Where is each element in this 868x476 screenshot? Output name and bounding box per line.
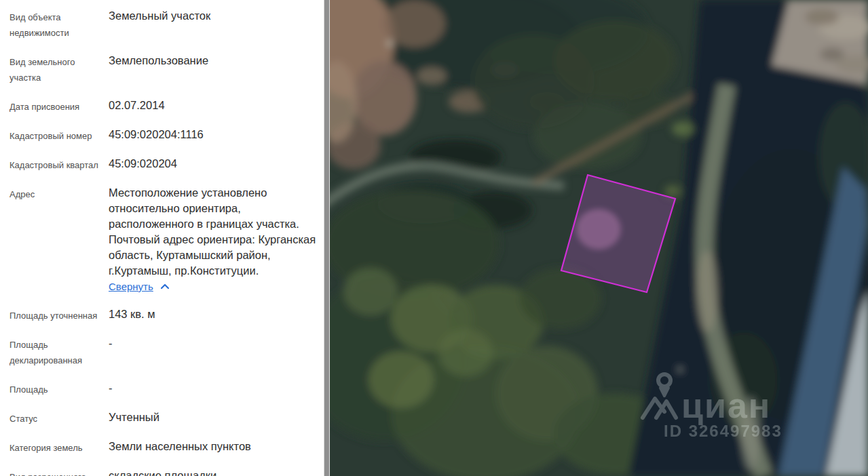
field-area: Площадь - [10,380,324,397]
field-area-declared: Площадь декларированная - [10,336,324,368]
field-label: Категория земель [10,439,109,456]
field-land-category: Категория земель Земли населенных пункто… [10,439,324,456]
field-permitted-use: Вид разрешенного использования складские… [10,468,324,476]
field-label: Кадастровый номер [10,127,109,144]
address-text: Местоположение установлено относительно … [109,185,320,279]
watermark-brand: циан [681,386,771,425]
field-label: Площадь уточненная [10,306,109,323]
satellite-map[interactable]: циан ID 326497983 [330,0,868,476]
chevron-up-icon [160,283,170,290]
panel-scrollbar[interactable] [324,0,330,476]
field-label: Дата присвоения [10,98,109,115]
field-value: Учтенный [109,410,320,427]
field-label: Вид объекта недвижимости [10,8,109,41]
details-panel: Вид объекта недвижимости Земельный участ… [0,0,324,476]
field-cadastral-block: Кадастровый квартал 45:09:020204 [10,156,324,173]
field-value: Местоположение установлено относительно … [109,185,320,294]
field-label: Вид земельного участка [10,53,109,85]
field-date-assigned: Дата присвоения 02.07.2014 [10,98,324,115]
field-value: Земельный участок [109,8,320,41]
cadastral-page: Вид объекта недвижимости Земельный участ… [0,0,868,476]
field-value: 45:09:020204:1116 [109,127,320,144]
field-status: Статус Учтенный [10,410,324,427]
map-canvas[interactable]: циан ID 326497983 [330,0,868,476]
field-value: 45:09:020204 [109,156,320,173]
field-land-kind: Вид земельного участка Землепользование [10,53,324,85]
field-address: Адрес Местоположение установлено относит… [10,185,324,294]
collapse-link-label: Свернуть [109,279,153,294]
field-value: 02.07.2014 [109,98,320,115]
field-value: Земли населенных пунктов [109,439,320,456]
field-value: складские площадки [109,468,320,476]
field-value: - [109,336,320,368]
field-object-kind: Вид объекта недвижимости Земельный участ… [10,8,324,41]
field-label: Вид разрешенного использования [10,468,109,476]
field-value: - [109,380,320,397]
field-label: Площадь [10,380,109,397]
field-label: Площадь декларированная [10,336,109,368]
field-label: Адрес [10,185,109,294]
field-label: Статус [10,410,109,427]
field-value: 143 кв. м [109,306,320,323]
watermark-id: ID 326497983 [664,422,782,440]
field-area-refined: Площадь уточненная 143 кв. м [10,306,324,323]
field-value: Землепользование [109,53,320,85]
field-label: Кадастровый квартал [10,156,109,173]
field-cadastral-number: Кадастровый номер 45:09:020204:1116 [10,127,324,144]
collapse-link[interactable]: Свернуть [109,279,170,294]
